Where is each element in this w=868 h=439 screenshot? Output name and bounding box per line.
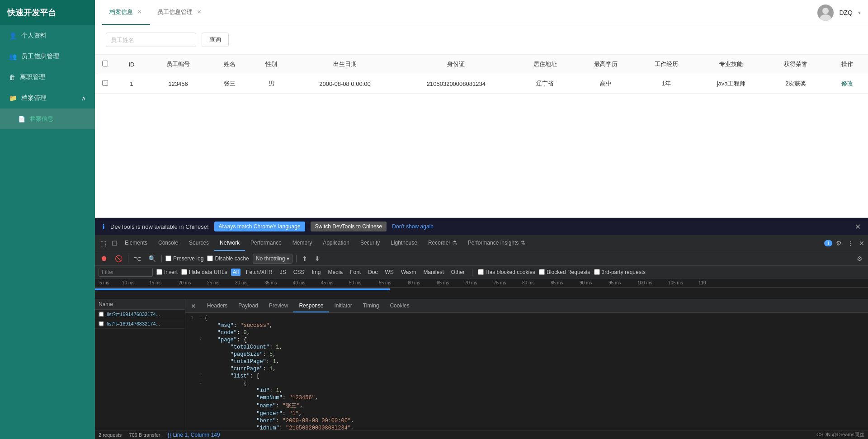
request-item-1[interactable]: list?t=1691476832174... bbox=[95, 310, 185, 319]
preserve-log-text: Preserve log bbox=[173, 255, 203, 262]
tab-close-employee-mgmt[interactable]: ✕ bbox=[195, 9, 203, 16]
edit-link[interactable]: 修改 bbox=[841, 80, 853, 87]
filter-btn-all[interactable]: All bbox=[231, 269, 241, 276]
requests-list: Name list?t=1691476832174... list?t=1691… bbox=[95, 299, 185, 430]
status-watermark: CSDN @Dreams同丝 bbox=[816, 431, 864, 438]
th-birth: 出生日期 bbox=[292, 55, 398, 74]
third-party-checkbox[interactable] bbox=[594, 269, 600, 275]
filter-btn-ws[interactable]: WS bbox=[383, 269, 396, 276]
toolbar-separator-2 bbox=[161, 255, 162, 262]
filter-icon-button[interactable]: ⌥ bbox=[132, 254, 143, 263]
expand-dropdown-icon[interactable]: ▾ bbox=[858, 9, 861, 16]
request-item-2[interactable]: list?t=1691476832174... bbox=[95, 319, 185, 329]
always-match-button[interactable]: Always match Chrome's language bbox=[214, 222, 305, 231]
devtools-tab-memory[interactable]: Memory bbox=[287, 235, 317, 251]
response-panel: ✕ Headers Payload Preview Response Initi… bbox=[185, 299, 868, 430]
response-tab-initiator[interactable]: Initiator bbox=[329, 299, 357, 312]
devtools-tab-network[interactable]: Network bbox=[214, 235, 245, 251]
row-select-checkbox[interactable] bbox=[102, 80, 108, 86]
response-close-button[interactable]: ✕ bbox=[189, 302, 198, 311]
tab-close-archive-info[interactable]: ✕ bbox=[136, 9, 143, 16]
network-settings-icon[interactable]: ⚙ bbox=[855, 254, 864, 263]
filter-btn-font[interactable]: Font bbox=[348, 269, 363, 276]
row-checkbox bbox=[95, 74, 115, 94]
employee-name-input[interactable] bbox=[106, 33, 196, 47]
devtools-settings-icon[interactable]: ⚙ bbox=[834, 238, 844, 249]
throttle-select[interactable]: No throttling ▾ bbox=[253, 254, 293, 264]
download-icon[interactable]: ⬇ bbox=[313, 254, 322, 263]
invert-checkbox[interactable] bbox=[156, 269, 162, 275]
json-line-5: "totalCount": 1, bbox=[185, 344, 868, 351]
row-id: 1 bbox=[115, 74, 148, 94]
devtools-tab-security[interactable]: Security bbox=[355, 235, 385, 251]
response-tab-payload[interactable]: Payload bbox=[233, 299, 263, 312]
sidebar-item-personal[interactable]: 👤 个人资料 bbox=[0, 25, 95, 46]
blocked-requests-checkbox[interactable] bbox=[539, 269, 545, 275]
filter-btn-js[interactable]: JS bbox=[278, 269, 288, 276]
status-line-col: Line 1, Column 149 bbox=[173, 432, 220, 438]
devtools-tab-lighthouse[interactable]: Lighthouse bbox=[385, 235, 423, 251]
sidebar-item-archive-info[interactable]: 📄 档案信息 bbox=[0, 109, 95, 129]
sidebar-group-archive: 📁 档案管理 ∧ 📄 档案信息 bbox=[0, 88, 95, 129]
switch-devtools-button[interactable]: Switch DevTools to Chinese bbox=[311, 222, 387, 231]
has-blocked-cookies-checkbox[interactable] bbox=[478, 269, 484, 275]
clear-button[interactable]: 🚫 bbox=[113, 254, 124, 263]
dont-show-again-button[interactable]: Don't show again bbox=[392, 223, 434, 230]
devtools-cursor-icon[interactable]: ⬚ bbox=[99, 238, 108, 249]
filter-btn-media[interactable]: Media bbox=[326, 269, 344, 276]
hide-data-urls-label[interactable]: Hide data URLs bbox=[181, 269, 227, 275]
req-checkbox-2[interactable] bbox=[99, 321, 104, 326]
notification-close-button[interactable]: ✕ bbox=[855, 222, 861, 231]
tab-employee-mgmt[interactable]: 员工信息管理 ✕ bbox=[150, 0, 210, 25]
devtools-tab-recorder[interactable]: Recorder ⚗ bbox=[423, 235, 462, 251]
blocked-requests-label[interactable]: Blocked Requests bbox=[539, 269, 590, 275]
invert-label[interactable]: Invert bbox=[156, 269, 178, 275]
has-blocked-cookies-label[interactable]: Has blocked cookies bbox=[478, 269, 535, 275]
devtools-more-icon[interactable]: ⋮ bbox=[845, 238, 855, 249]
filter-input[interactable] bbox=[99, 268, 153, 277]
disable-cache-label[interactable]: Disable cache bbox=[207, 255, 249, 262]
filter-btn-css[interactable]: CSS bbox=[292, 269, 307, 276]
search-button-toolbar[interactable]: 🔍 bbox=[146, 254, 158, 263]
record-button[interactable]: ⏺ bbox=[99, 254, 109, 264]
devtools-close-icon[interactable]: ✕ bbox=[857, 238, 866, 249]
preserve-log-label[interactable]: Preserve log bbox=[165, 255, 203, 262]
tab-archive-info[interactable]: 档案信息 ✕ bbox=[102, 0, 150, 25]
filter-btn-wasm[interactable]: Wasm bbox=[399, 269, 418, 276]
response-tab-cookies[interactable]: Cookies bbox=[384, 299, 415, 312]
response-tab-response[interactable]: Response bbox=[293, 299, 329, 312]
req-checkbox-1[interactable] bbox=[99, 312, 104, 316]
preserve-log-checkbox[interactable] bbox=[165, 255, 171, 261]
filter-btn-img[interactable]: Img bbox=[310, 269, 322, 276]
devtools-tab-console[interactable]: Console bbox=[153, 235, 184, 251]
filter-btn-manifest[interactable]: Manifest bbox=[421, 269, 445, 276]
filter-btn-other[interactable]: Other bbox=[449, 269, 467, 276]
devtools-tab-performance[interactable]: Performance bbox=[245, 235, 287, 251]
disable-cache-checkbox[interactable] bbox=[207, 255, 213, 261]
response-tab-preview[interactable]: Preview bbox=[264, 299, 294, 312]
hide-data-urls-checkbox[interactable] bbox=[181, 269, 187, 275]
timeline-bar: 5 ms 10 ms 15 ms 20 ms 25 ms 30 ms 35 ms… bbox=[95, 279, 868, 288]
response-tab-timing[interactable]: Timing bbox=[358, 299, 385, 312]
sidebar-group-archive-header[interactable]: 📁 档案管理 ∧ bbox=[0, 88, 95, 109]
devtools-tab-performance-insights[interactable]: Performance insights ⚗ bbox=[462, 235, 531, 251]
devtools-tab-application[interactable]: Application bbox=[317, 235, 355, 251]
select-all-checkbox[interactable] bbox=[102, 61, 108, 66]
filter-btn-fetch-xhr[interactable]: Fetch/XHR bbox=[244, 269, 274, 276]
json-line-12: "empNum": "123456", bbox=[185, 394, 868, 401]
third-party-label[interactable]: 3rd-party requests bbox=[594, 269, 646, 275]
page-toolbar: 查询 bbox=[95, 25, 868, 55]
sidebar-item-employee-mgmt[interactable]: 👥 员工信息管理 bbox=[0, 46, 95, 67]
devtools-tab-elements[interactable]: Elements bbox=[119, 235, 153, 251]
devtools-inspect-icon[interactable]: ☐ bbox=[110, 238, 119, 249]
search-button[interactable]: 查询 bbox=[202, 33, 229, 47]
devtools-tab-sources[interactable]: Sources bbox=[184, 235, 214, 251]
upload-icon[interactable]: ⬆ bbox=[300, 254, 309, 263]
response-tab-headers[interactable]: Headers bbox=[202, 299, 233, 312]
filter-btn-doc[interactable]: Doc bbox=[366, 269, 379, 276]
th-honors: 获得荣誉 bbox=[765, 55, 826, 74]
timeline-progress-row bbox=[95, 288, 868, 291]
page-content: 查询 ID 员工编号 姓名 性别 出生日期 bbox=[95, 25, 868, 217]
archive-info-icon: 📄 bbox=[18, 116, 25, 123]
sidebar-item-resign[interactable]: 🗑 离职管理 bbox=[0, 67, 95, 88]
